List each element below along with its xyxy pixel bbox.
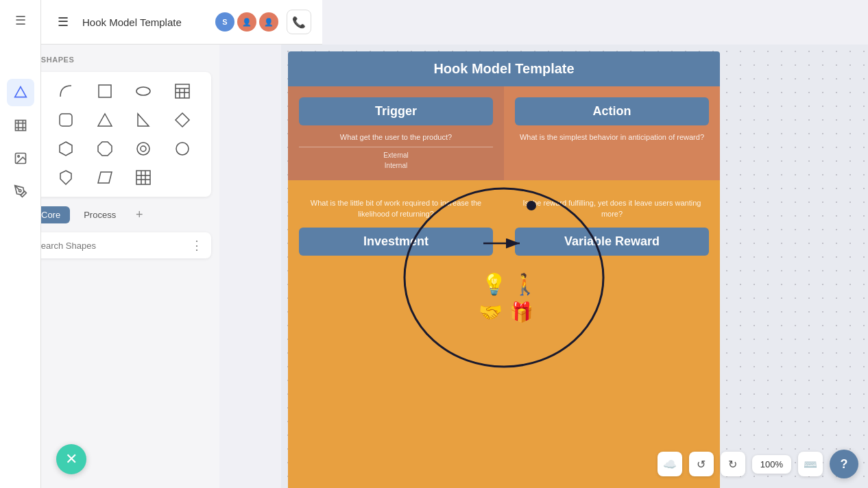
more-options-icon[interactable]: ⋮ — [191, 238, 203, 253]
redo-button[interactable]: ↻ — [721, 452, 745, 476]
document-title: Hook Model Template — [82, 16, 207, 28]
template-header: Hook Model Template — [288, 51, 720, 86]
svg-marker-0 — [14, 87, 26, 97]
right-triangle-shape[interactable] — [131, 108, 156, 132]
parallelogram-shape[interactable] — [93, 165, 117, 190]
undo-button[interactable]: ↺ — [689, 452, 714, 476]
hook-model-template: Hook Model Template Trigger What get the… — [288, 51, 720, 488]
svg-marker-20 — [138, 114, 149, 126]
hook-grid: Trigger What get the user to the product… — [288, 86, 720, 488]
avatar-1: S — [215, 12, 234, 32]
diamond-shape[interactable] — [170, 108, 195, 132]
collaborators: S 👤 👤 — [215, 12, 278, 32]
svg-marker-24 — [98, 142, 112, 156]
hexagon-shape[interactable] — [53, 136, 78, 161]
arc-shape[interactable] — [53, 79, 78, 103]
square-shape[interactable] — [93, 79, 117, 103]
hamburger-icon[interactable]: ☰ — [52, 11, 74, 33]
topbar: ☰ Hook Model Template S 👤 👤 📞 — [41, 0, 322, 45]
star-shape[interactable] — [131, 136, 156, 161]
zoom-level: 100% — [752, 455, 791, 474]
svg-point-8 — [19, 190, 21, 192]
svg-rect-10 — [99, 85, 111, 97]
octagon-shape[interactable] — [93, 136, 117, 161]
action-desc: What is the simplest behavior in anticip… — [515, 132, 709, 143]
svg-point-26 — [141, 146, 146, 151]
svg-marker-19 — [98, 114, 112, 126]
frame-icon[interactable] — [7, 112, 34, 139]
search-input[interactable] — [35, 241, 185, 251]
help-button[interactable]: ? — [830, 450, 858, 478]
svg-rect-1 — [15, 121, 25, 131]
svg-point-25 — [137, 143, 149, 155]
tab-process[interactable]: Process — [74, 206, 125, 223]
circle-outline-shape[interactable] — [170, 136, 195, 161]
canvas-area: Hook Model Template Trigger What get the… — [281, 45, 868, 488]
svg-rect-18 — [60, 114, 72, 126]
cloud-save-button[interactable]: ☁️ — [658, 452, 682, 476]
call-button[interactable]: 📞 — [287, 10, 311, 34]
svg-rect-12 — [176, 84, 189, 98]
rounded-square-shape[interactable] — [53, 108, 78, 132]
variable-reward-button[interactable]: Variable Reward — [515, 228, 709, 256]
action-button[interactable]: Action — [515, 97, 709, 125]
shapes-icon[interactable] — [7, 79, 34, 106]
svg-marker-29 — [60, 171, 71, 184]
trigger-sub2: Internal — [299, 162, 493, 169]
svg-point-27 — [176, 143, 189, 155]
grid-shape[interactable] — [131, 165, 156, 190]
triangle-shape[interactable] — [93, 108, 117, 132]
svg-rect-31 — [136, 171, 150, 184]
image-icon[interactable] — [7, 145, 34, 172]
table-shape[interactable] — [170, 79, 195, 103]
variable-reward-desc: Is the reward fulfilling, yet does it le… — [515, 198, 709, 219]
svg-marker-21 — [176, 113, 189, 127]
menu-icon[interactable]: ☰ — [7, 7, 34, 34]
variable-reward-quadrant: Is the reward fulfilling, yet does it le… — [504, 180, 720, 488]
action-quadrant: Action What is the simplest behavior in … — [504, 86, 720, 180]
trigger-sub1: External — [299, 151, 493, 159]
investment-quadrant: What is the little bit of work required … — [288, 180, 504, 488]
keyboard-shortcut-button[interactable]: ⌨️ — [798, 452, 823, 476]
tab-add-button[interactable]: + — [130, 205, 149, 224]
ellipse-shape[interactable] — [131, 79, 156, 103]
investment-desc: What is the little bit of work required … — [299, 198, 493, 219]
avatar-2: 👤 — [237, 12, 256, 32]
avatar-3: 👤 — [259, 12, 278, 32]
trigger-button[interactable]: Trigger — [299, 97, 493, 125]
trigger-quadrant: Trigger What get the user to the product… — [288, 86, 504, 180]
left-sidebar: ☰ — [0, 0, 41, 488]
bottom-toolbar: ☁️ ↺ ↻ 100% ⌨️ ? — [658, 450, 858, 478]
svg-marker-23 — [60, 142, 72, 156]
trigger-desc: What get the user to the product? — [299, 132, 493, 143]
svg-point-11 — [136, 87, 150, 95]
fab-close-button[interactable]: ✕ — [56, 444, 86, 474]
draw-icon[interactable] — [7, 178, 34, 205]
svg-point-7 — [17, 156, 19, 158]
investment-button[interactable]: Investment — [299, 228, 493, 256]
svg-marker-30 — [98, 172, 112, 183]
shield-shape[interactable] — [53, 165, 78, 190]
